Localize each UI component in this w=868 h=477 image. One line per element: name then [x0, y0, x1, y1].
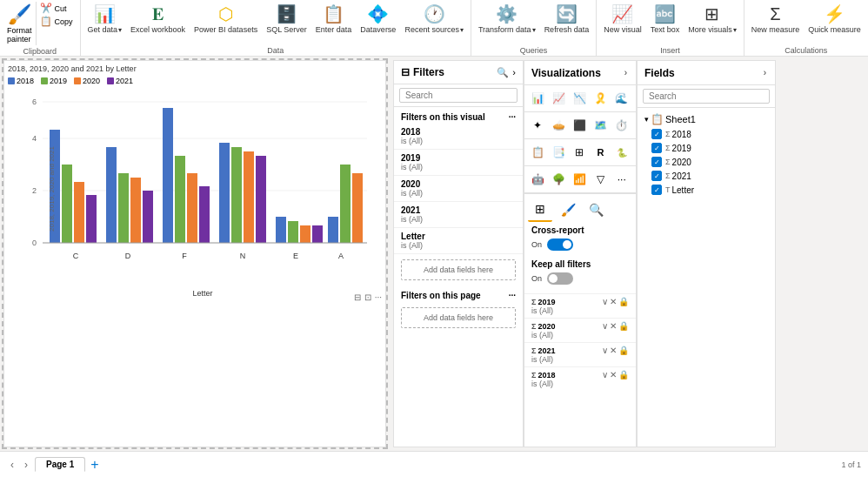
field-item[interactable]: ✓ T Letter	[638, 183, 775, 197]
filters-on-page-more[interactable]: ···	[509, 291, 516, 300]
excel-workbook-button[interactable]: 𝐄 Excel workbook	[127, 3, 189, 36]
field-lock-icon[interactable]: 🔒	[618, 321, 629, 331]
field-checkbox[interactable]: ✓	[651, 171, 662, 181]
fields-search-input[interactable]	[643, 89, 770, 104]
quick-measure-button[interactable]: ⚡ Quick measure	[805, 2, 865, 36]
transform-data-button[interactable]: ⚙️ Transform data	[475, 2, 539, 36]
data-group: 📊 Get data 𝐄 Excel workbook ⬡ Power BI d…	[81, 0, 471, 57]
field-sigma-icon: Σ	[665, 130, 671, 138]
filter-item[interactable]: 2018is (All)	[394, 124, 523, 150]
add-data-fields-button[interactable]: Add data fields here	[401, 259, 516, 280]
fields-tab-icon[interactable]: ⊞	[528, 198, 552, 222]
get-data-button[interactable]: 📊 Get data	[84, 2, 126, 36]
more-visuals-button[interactable]: ⊞ More visuals	[684, 2, 740, 36]
filter-item[interactable]: 2020is (All)	[394, 176, 523, 202]
cut-button[interactable]: ✂️ Cut	[37, 2, 77, 15]
new-visual-button[interactable]: 📈 New visual	[600, 2, 645, 36]
excel-icon: 𝐄	[152, 4, 164, 24]
viz-scatter-icon[interactable]: ✦	[528, 116, 547, 135]
svg-rect-25	[244, 151, 254, 243]
viz-funnel-icon[interactable]: ▽	[591, 170, 611, 189]
new-measure-button[interactable]: Σ New measure	[748, 3, 804, 36]
viz-ai-icon[interactable]: 🤖	[528, 170, 547, 189]
filters-search-icon[interactable]: 🔍	[497, 67, 509, 78]
field-remove-icon[interactable]: ✕	[610, 297, 617, 306]
format-painter-button[interactable]: 🖌️ Format painter	[3, 2, 37, 45]
svg-text:4: 4	[32, 134, 37, 143]
field-checkbox[interactable]: ✓	[651, 143, 662, 153]
filters-on-visual-more[interactable]: ···	[509, 112, 516, 122]
field-checkbox[interactable]: ✓	[651, 185, 662, 195]
filters-expand-icon[interactable]: ›	[512, 67, 516, 78]
viz-panel-expand-button[interactable]: ›	[623, 66, 629, 79]
page-1-tab[interactable]: Page 1	[35, 457, 85, 472]
filter-item[interactable]: 2019is (All)	[394, 150, 523, 176]
viz-gauge-icon[interactable]: ⏱️	[612, 116, 631, 135]
field-chevron-down-icon[interactable]: ∨	[602, 370, 608, 380]
analytics-tab-icon[interactable]: 🔍	[584, 198, 608, 222]
viz-more-icon[interactable]: ···	[612, 170, 631, 189]
field-remove-icon[interactable]: ✕	[610, 346, 617, 355]
svg-text:6: 6	[32, 97, 37, 106]
field-remove-icon[interactable]: ✕	[610, 321, 617, 331]
field-checkbox[interactable]: ✓	[651, 129, 662, 139]
svg-rect-21	[199, 186, 210, 243]
field-item[interactable]: ✓ Σ 2018	[638, 127, 775, 141]
viz-area-chart-icon[interactable]: 📉	[570, 89, 589, 108]
filter-items-container: 2018is (All)2019is (All)2020is (All)2021…	[394, 124, 523, 254]
viz-python-icon[interactable]: 🐍	[612, 143, 631, 162]
cross-report-toggle[interactable]	[547, 238, 573, 251]
field-item[interactable]: ✓ Σ 2019	[638, 141, 775, 155]
svg-rect-34	[340, 165, 351, 243]
viz-matrix-icon[interactable]: ⊞	[570, 143, 589, 162]
viz-bar-icon-2[interactable]: 📶	[570, 170, 589, 189]
viz-waterfall-icon[interactable]: 🌊	[612, 89, 631, 108]
fields-panel-expand-button[interactable]: ›	[762, 66, 768, 79]
cross-report-title: Cross-report	[531, 225, 629, 235]
sql-server-button[interactable]: 🗄️ SQL Server	[263, 2, 310, 36]
viz-pie-icon[interactable]: 🥧	[549, 116, 568, 135]
field-chevron-down-icon[interactable]: ∨	[602, 346, 608, 355]
next-page-button[interactable]: ›	[21, 457, 31, 473]
field-item[interactable]: ✓ Σ 2021	[638, 169, 775, 183]
svg-rect-15	[130, 178, 141, 243]
recent-sources-button[interactable]: 🕐 Recent sources	[401, 2, 467, 36]
viz-ribbon-chart-icon[interactable]: 🎗️	[591, 89, 611, 108]
viz-treemap-icon[interactable]: ⬛	[570, 116, 589, 135]
viz-decomp-icon[interactable]: 🌳	[549, 170, 568, 189]
filter-item[interactable]: Letteris (All)	[394, 228, 523, 254]
legend-item-2020: 2020	[74, 77, 100, 85]
viz-bar-chart-icon[interactable]: 📊	[528, 89, 547, 108]
enter-data-button[interactable]: 📋 Enter data	[312, 2, 356, 36]
field-lock-icon[interactable]: 🔒	[618, 346, 629, 355]
field-checkbox[interactable]: ✓	[651, 157, 662, 167]
chart-legend: 2018 2019 2020 2021	[8, 77, 382, 85]
field-table-header[interactable]: ▾ 📋 Sheet1	[638, 111, 775, 127]
keep-filters-toggle[interactable]	[547, 272, 573, 285]
viz-line-chart-icon[interactable]: 📈	[549, 89, 568, 108]
field-remove-icon[interactable]: ✕	[610, 370, 617, 380]
text-box-button[interactable]: 🔤 Text box	[647, 2, 684, 36]
field-chevron-down-icon[interactable]: ∨	[602, 321, 608, 331]
viz-card-icon[interactable]: 📋	[528, 143, 547, 162]
field-lock-icon[interactable]: 🔒	[618, 297, 629, 306]
add-page-button[interactable]: +	[90, 457, 98, 473]
viz-r-icon[interactable]: R	[591, 143, 611, 162]
chart-area[interactable]: 2018, 2019, 2020 and 2021 by Letter 2018…	[3, 60, 386, 447]
y-axis-label: 2018, 2019, 2020 and 2021	[48, 146, 56, 232]
quick-measure-icon: ⚡	[824, 3, 845, 24]
power-bi-datasets-button[interactable]: ⬡ Power BI datasets	[190, 2, 261, 36]
field-item[interactable]: ✓ Σ 2020	[638, 155, 775, 169]
copy-button[interactable]: 📋 Copy	[37, 15, 77, 28]
field-chevron-down-icon[interactable]: ∨	[602, 297, 608, 306]
add-data-page-button[interactable]: Add data fields here	[401, 307, 516, 328]
prev-page-button[interactable]: ‹	[7, 457, 17, 473]
field-lock-icon[interactable]: 🔒	[618, 370, 629, 380]
filters-search-input[interactable]	[399, 88, 517, 103]
viz-table-icon[interactable]: 📑	[549, 143, 568, 162]
dataverse-button[interactable]: 💠 Dataverse	[357, 2, 399, 36]
format-tab-icon[interactable]: 🖌️	[556, 198, 580, 222]
refresh-data-button[interactable]: 🔄 Refresh data	[541, 2, 593, 36]
filter-item[interactable]: 2021is (All)	[394, 202, 523, 228]
viz-map-icon[interactable]: 🗺️	[591, 116, 611, 135]
